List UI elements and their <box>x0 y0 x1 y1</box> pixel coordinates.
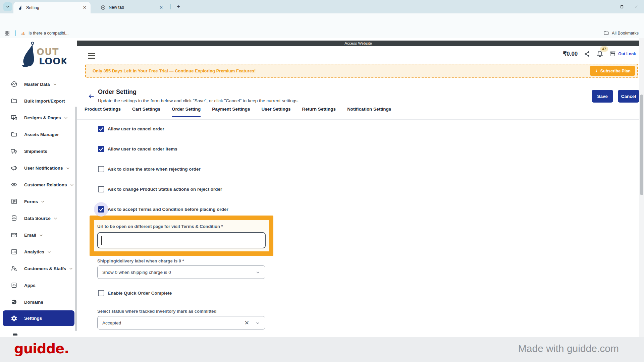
tab-return-settings[interactable]: Return Settings <box>302 107 336 117</box>
sidebar-item-customers-staffs[interactable]: Customers & Staffs <box>0 260 77 277</box>
share-icon[interactable] <box>584 51 590 57</box>
subscribe-plan-label: Subscribe Plan <box>600 69 631 73</box>
clear-selection-icon[interactable]: ✕ <box>245 319 249 326</box>
handshake-icon <box>11 181 17 188</box>
page-scrollbar-thumb[interactable] <box>640 95 643 195</box>
sidebar-item-label: Data Source <box>24 216 51 221</box>
notifications-button[interactable]: 47 <box>596 50 603 57</box>
subscribe-plan-button[interactable]: Subscribe Plan <box>590 66 635 76</box>
tab-notification-settings[interactable]: Notification Settings <box>347 107 391 117</box>
window-minimize-button[interactable] <box>598 0 613 13</box>
tab-title: New tab <box>109 5 159 10</box>
balance-amount: ₹0.00 <box>563 50 578 57</box>
all-bookmarks-label: All Bookmarks <box>612 31 639 36</box>
sidebar-item-label: Customer Relations <box>24 182 67 187</box>
person-search-icon <box>11 265 17 272</box>
sidebar-item-assets-manager[interactable]: Assets Manager <box>0 126 77 143</box>
chevron-down-icon <box>69 266 73 271</box>
window-close-button[interactable] <box>629 0 644 13</box>
tabs-divider <box>77 119 639 120</box>
sidebar-scrollbar[interactable] <box>75 107 77 331</box>
tab-cart-settings[interactable]: Cart Settings <box>132 107 160 117</box>
sidebar: OUT LOOK Master Data Bulk Import/Export … <box>0 38 77 337</box>
checkbox-product-status[interactable] <box>98 186 104 192</box>
chevron-down-icon <box>47 250 51 254</box>
trial-banner: Only 355 Days Left In Your Free Trial — … <box>85 64 638 78</box>
sidebar-item-partial-icon <box>13 334 17 336</box>
checkbox-close-store[interactable] <box>98 166 104 172</box>
bookmark-label: Is there a compatibi... <box>29 31 69 36</box>
chevron-down-icon <box>6 5 10 9</box>
megaphone-icon <box>11 165 17 171</box>
chevron-down-icon <box>255 270 260 275</box>
checkbox-cancel-order[interactable] <box>98 126 104 132</box>
highlighted-field-area: Url to be open on different page for vis… <box>94 220 269 251</box>
close-tab-icon[interactable]: ✕ <box>83 5 87 10</box>
sidebar-item-analytics[interactable]: Analytics <box>0 243 77 260</box>
sidebar-item-designs-pages[interactable]: Designs & Pages <box>0 109 77 126</box>
outlook-logo[interactable]: OUT LOOK <box>0 41 77 73</box>
back-arrow-icon <box>88 93 95 100</box>
apps-grid-icon[interactable] <box>4 30 10 36</box>
sidebar-item-customer-relations[interactable]: Customer Relations <box>0 176 77 193</box>
committed-status-value: Accepted <box>102 320 245 325</box>
page-scrollbar[interactable] <box>639 38 644 337</box>
tab-payment-settings[interactable]: Payment Settings <box>212 107 250 117</box>
sidebar-item-settings[interactable]: Settings <box>3 310 74 326</box>
terms-url-label: Url to be open on different page for vis… <box>97 224 223 229</box>
window-maximize-button[interactable] <box>614 0 629 13</box>
database-icon <box>11 215 17 222</box>
sidebar-item-apps[interactable]: Apps <box>0 277 77 294</box>
guidde-highlight-box: Url to be open on different page for vis… <box>90 216 273 256</box>
chevron-down-icon <box>39 233 43 237</box>
cancel-button[interactable]: Cancel <box>618 90 639 103</box>
chevron-down-icon <box>41 199 45 204</box>
save-button[interactable]: Save <box>592 90 613 103</box>
tab-user-settings[interactable]: User Settings <box>262 107 291 117</box>
menu-toggle-button[interactable] <box>88 53 95 60</box>
folder-icon <box>11 131 17 138</box>
sidebar-item-forms[interactable]: Forms <box>0 193 77 210</box>
sidebar-item-data-source[interactable]: Data Source <box>0 210 77 227</box>
browser-toolbar: out-look.boniii.com/admin/layout/setting… <box>0 13 644 28</box>
chrome-favicon <box>101 5 106 10</box>
minimize-icon <box>603 5 608 9</box>
checkbox-label: Allow user to cancel order items <box>108 146 177 152</box>
tab-order-setting[interactable]: Order Setting <box>172 107 201 117</box>
checkbox-quick-order[interactable] <box>98 290 104 296</box>
checkbox-cancel-order-items[interactable] <box>98 146 104 152</box>
close-tab-icon[interactable]: ✕ <box>159 5 163 10</box>
sidebar-item-bulk-import-export[interactable]: Bulk Import/Export <box>0 93 77 109</box>
terms-url-input[interactable] <box>97 232 266 248</box>
all-bookmarks-button[interactable]: All Bookmarks <box>603 30 639 36</box>
tab-search-button[interactable] <box>3 2 12 11</box>
folder-icon <box>11 98 17 104</box>
sidebar-item-master-data[interactable]: Master Data <box>0 76 77 93</box>
browser-tab-setting[interactable]: Setting ✕ <box>13 2 91 13</box>
sidebar-item-label: Apps <box>24 283 36 288</box>
pie-chart-icon <box>11 81 17 87</box>
sidebar-item-label: Bulk Import/Export <box>24 99 65 104</box>
sidebar-item-label: Forms <box>24 199 38 204</box>
shipping-label: Shipping/delivery label when charge is 0… <box>97 258 184 263</box>
new-tab-button[interactable]: + <box>174 3 182 11</box>
browser-tab-newtab[interactable]: New tab ✕ <box>97 3 166 12</box>
checkbox-terms-condition[interactable] <box>98 206 104 213</box>
bookmark-item[interactable]: Is there a compatibi... <box>20 31 69 36</box>
back-button[interactable] <box>88 93 95 100</box>
sidebar-item-user-notifications[interactable]: User Notifications <box>0 160 77 176</box>
committed-status-select[interactable]: Accepted ✕ <box>97 316 265 329</box>
sidebar-item-label: User Notifications <box>24 166 63 171</box>
checkbox-row-quick-order: Enable Quick Order Complete <box>98 290 172 296</box>
shipping-select[interactable]: Show 0 when shipping charge is 0 <box>97 265 265 279</box>
sidebar-item-domains[interactable]: Domains <box>0 294 77 310</box>
access-website-bar[interactable]: Access Website <box>77 41 639 46</box>
sidebar-item-shipments[interactable]: Shipments <box>0 143 77 160</box>
store-button[interactable]: Out Look <box>609 51 636 57</box>
checkbox-row-terms-condition: Ask to accept Terms and Condition before… <box>98 206 228 213</box>
bar-chart-icon <box>11 248 17 255</box>
sidebar-item-email[interactable]: Email <box>0 227 77 243</box>
chevron-down-icon <box>64 116 68 120</box>
tab-product-settings[interactable]: Product Settings <box>85 107 121 117</box>
outlook-logo-image: OUT LOOK <box>11 41 66 73</box>
